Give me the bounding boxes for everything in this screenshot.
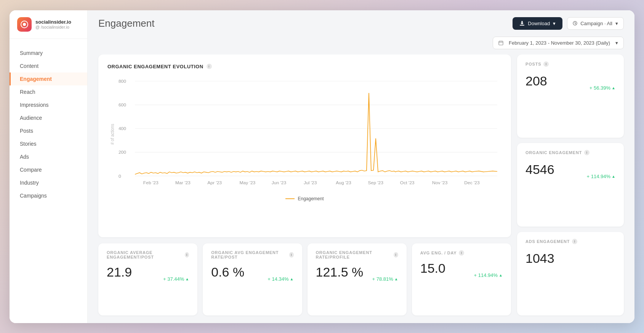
nav-label-compare: Compare bbox=[20, 167, 42, 173]
sidebar-item-content[interactable]: Content bbox=[10, 60, 87, 72]
svg-rect-2 bbox=[520, 25, 524, 26]
posts-value: 208 bbox=[525, 74, 547, 88]
posts-info-icon[interactable]: i bbox=[543, 61, 549, 67]
organic-engagement-label-text: ORGANIC ENGAGEMENT bbox=[525, 150, 582, 155]
organic-rate-profile-label: ORGANIC ENGAGEMENT RATE/PROFILE i bbox=[316, 250, 398, 259]
campaign-label: Campaign · All bbox=[580, 21, 612, 26]
avg-eng-day-info-icon[interactable]: i bbox=[459, 250, 464, 256]
nav-label-audience: Audience bbox=[20, 115, 42, 121]
organic-engagement-info-icon[interactable]: i bbox=[584, 150, 590, 155]
x-label-aug: Aug '23 bbox=[336, 180, 351, 185]
organic-avg-post-change: + 37.44% bbox=[163, 276, 189, 282]
posts-change: + 56.39% bbox=[590, 85, 615, 91]
content-grid: ORGANIC ENGAGEMENT EVOLUTION i 800 600 4… bbox=[88, 55, 634, 323]
logo-text: socialinsider.io @ /socialinsider.io bbox=[35, 19, 71, 29]
legend-label: Engagement bbox=[298, 196, 324, 201]
download-icon bbox=[519, 21, 525, 26]
nav-label-engagement: Engagement bbox=[20, 76, 52, 82]
chart-card: ORGANIC ENGAGEMENT EVOLUTION i 800 600 4… bbox=[98, 55, 511, 237]
chart-container: 800 600 400 200 0 # of actions bbox=[107, 77, 502, 191]
y-label-800: 800 bbox=[119, 79, 126, 83]
svg-rect-6 bbox=[502, 40, 502, 42]
organic-avg-post-label: ORGANIC AVERAGE ENGAGEMENT/POST i bbox=[107, 250, 189, 259]
chart-title-text: ORGANIC ENGAGEMENT EVOLUTION bbox=[107, 64, 203, 69]
nav-label-industry: Industry bbox=[20, 180, 39, 186]
avg-eng-day-label: AVG ENG. / DAY i bbox=[420, 250, 503, 256]
organic-engagement-label: ORGANIC ENGAGEMENT i bbox=[525, 150, 615, 155]
chart-legend: Engagement bbox=[107, 196, 502, 201]
chart-title: ORGANIC ENGAGEMENT EVOLUTION i bbox=[107, 64, 502, 69]
sidebar-item-ads[interactable]: Ads bbox=[10, 150, 87, 163]
top-bar: Engagement Download ▾ Campaign · All ▾ bbox=[88, 10, 634, 37]
nav-label-reach: Reach bbox=[20, 89, 35, 95]
sidebar-item-summary[interactable]: Summary bbox=[10, 47, 87, 60]
organic-engagement-change: + 114.94% bbox=[587, 174, 615, 179]
organic-avg-post-label-text: ORGANIC AVERAGE ENGAGEMENT/POST bbox=[107, 250, 183, 259]
x-label-jun: Jun '23 bbox=[272, 180, 286, 185]
avg-eng-day-value: 15.0 bbox=[420, 261, 445, 276]
sidebar-item-impressions[interactable]: Impressions bbox=[10, 98, 87, 111]
campaign-chevron-icon: ▾ bbox=[615, 21, 618, 26]
campaign-dropdown[interactable]: Campaign · All ▾ bbox=[567, 17, 624, 30]
organic-avg-post-value: 21.9 bbox=[107, 265, 132, 280]
stat-card-avg-eng-day: AVG ENG. / DAY i 15.0 + 114.94% bbox=[412, 243, 511, 315]
app-name: socialinsider.io bbox=[35, 19, 71, 25]
y-label-400: 400 bbox=[119, 126, 126, 130]
x-label-sep: Sep '23 bbox=[368, 180, 383, 185]
organic-rate-profile-info-icon[interactable]: i bbox=[394, 252, 398, 257]
nav-label-ads: Ads bbox=[20, 154, 29, 160]
ads-engagement-info-icon[interactable]: i bbox=[572, 239, 577, 244]
organic-avg-post-info-icon[interactable]: i bbox=[185, 252, 189, 257]
x-label-may: May '23 bbox=[240, 180, 256, 185]
organic-avg-rate-post-label: ORGANIC AVG ENGAGEMENT RATE/POST i bbox=[211, 250, 293, 259]
sidebar-item-reach[interactable]: Reach bbox=[10, 85, 87, 98]
x-label-jul: Jul '23 bbox=[304, 180, 317, 185]
organic-avg-rate-post-info-icon[interactable]: i bbox=[289, 252, 293, 257]
x-label-apr: Apr '23 bbox=[207, 180, 222, 185]
y-label-200: 200 bbox=[119, 150, 126, 154]
nav-label-posts: Posts bbox=[20, 128, 33, 134]
sidebar-item-stories[interactable]: Stories bbox=[10, 137, 87, 150]
download-label: Download bbox=[528, 21, 550, 26]
organic-rate-profile-label-text: ORGANIC ENGAGEMENT RATE/PROFILE bbox=[316, 250, 392, 259]
chart-info-icon[interactable]: i bbox=[207, 64, 212, 69]
ads-engagement-label-text: ADS ENGAGEMENT bbox=[525, 239, 570, 244]
app-window: socialinsider.io @ /socialinsider.io Sum… bbox=[10, 10, 634, 323]
y-label-600: 600 bbox=[119, 103, 126, 107]
nav-label-summary: Summary bbox=[20, 50, 43, 56]
side-cards: POSTS i 208 + 56.39% ORGANIC ENGAGEMENT … bbox=[517, 55, 624, 315]
sidebar: socialinsider.io @ /socialinsider.io Sum… bbox=[10, 10, 88, 323]
sidebar-item-industry[interactable]: Industry bbox=[10, 176, 87, 189]
nav-label-content: Content bbox=[20, 63, 38, 69]
ads-engagement-label: ADS ENGAGEMENT i bbox=[525, 239, 615, 244]
x-label-oct: Oct '23 bbox=[400, 180, 415, 185]
ads-engagement-value: 1043 bbox=[525, 251, 554, 266]
sidebar-item-audience[interactable]: Audience bbox=[10, 111, 87, 124]
x-label-nov: Nov '23 bbox=[432, 180, 447, 185]
sidebar-item-campaigns[interactable]: Campaigns bbox=[10, 189, 87, 202]
posts-label-text: POSTS bbox=[525, 62, 541, 66]
sidebar-item-compare[interactable]: Compare bbox=[10, 163, 87, 176]
date-range-button[interactable]: February 1, 2023 - November 30, 2023 (Da… bbox=[493, 37, 624, 49]
organic-rate-profile-value: 121.5 % bbox=[316, 265, 364, 280]
download-button[interactable]: Download ▾ bbox=[513, 17, 562, 30]
stat-card-organic-avg-post: ORGANIC AVERAGE ENGAGEMENT/POST i 21.9 +… bbox=[98, 243, 197, 315]
line-chart-svg: 800 600 400 200 0 # of actions bbox=[107, 77, 502, 191]
sidebar-item-posts[interactable]: Posts bbox=[10, 124, 87, 137]
nav-label-campaigns: Campaigns bbox=[20, 193, 47, 199]
top-bar-actions: Download ▾ Campaign · All ▾ bbox=[513, 17, 624, 30]
legend-line-icon bbox=[285, 198, 295, 199]
stat-card-organic-avg-rate-post: ORGANIC AVG ENGAGEMENT RATE/POST i 0.6 %… bbox=[203, 243, 302, 315]
date-bar: February 1, 2023 - November 30, 2023 (Da… bbox=[88, 37, 634, 55]
organic-avg-rate-post-label-text: ORGANIC AVG ENGAGEMENT RATE/POST bbox=[211, 250, 287, 259]
engagement-line bbox=[135, 93, 497, 174]
sidebar-item-engagement[interactable]: Engagement bbox=[10, 72, 87, 85]
nav-menu: Summary Content Engagement Reach Impress… bbox=[10, 39, 87, 210]
nav-label-impressions: Impressions bbox=[20, 102, 48, 108]
download-chevron-icon: ▾ bbox=[553, 21, 556, 26]
organic-rate-profile-change: + 78.81% bbox=[372, 276, 398, 282]
ads-engagement-card: ADS ENGAGEMENT i 1043 bbox=[517, 232, 624, 315]
posts-label: POSTS i bbox=[525, 61, 615, 67]
campaign-icon bbox=[573, 21, 577, 26]
svg-rect-5 bbox=[500, 40, 500, 42]
